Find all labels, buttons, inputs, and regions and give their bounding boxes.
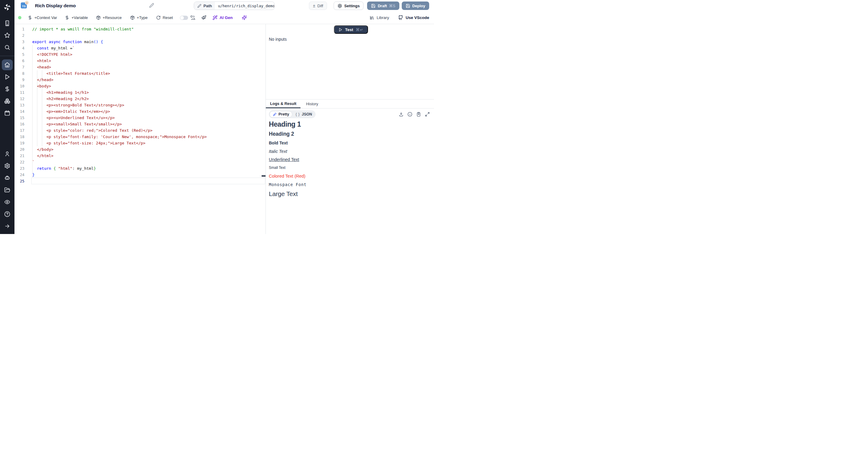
dollar-icon	[4, 86, 10, 92]
sidebar-item-star[interactable]	[1, 29, 13, 41]
sidebar-item-eye[interactable]	[1, 196, 13, 208]
settings-button[interactable]: Settings	[334, 1, 364, 10]
result-tabs: Logs & Result History	[266, 99, 434, 109]
boxes-icon	[4, 98, 10, 104]
code-line-22[interactable]: 22`	[14, 159, 266, 165]
code-line-12[interactable]: 12 <h2>Heading 2</h2>	[14, 96, 266, 102]
draft-button[interactable]: Draft ⌘S	[367, 1, 399, 10]
code-line-9[interactable]: 9 </head>	[14, 77, 266, 83]
tab-logs-result[interactable]: Logs & Result	[266, 99, 301, 108]
use-vscode-button[interactable]: Use VScode	[398, 15, 429, 20]
code-line-1[interactable]: 1// import * as wmill from "windmill-cli…	[14, 26, 266, 32]
sparkles-icon[interactable]	[242, 15, 247, 20]
line-number: 20	[14, 146, 24, 153]
sidebar-item-folder-open[interactable]	[1, 184, 13, 196]
download-result-icon[interactable]	[399, 112, 404, 117]
reset-button[interactable]: Reset	[156, 16, 173, 20]
sidebar-item-building[interactable]	[1, 17, 13, 29]
sidebar-item-home[interactable]	[1, 59, 13, 71]
code-text: export async function main() {	[24, 38, 103, 45]
topbar-actions: ± Diff Settings Draft ⌘S Deploy	[309, 1, 429, 10]
path-control[interactable]: Path u/henri/rich_display_demo	[194, 1, 275, 10]
line-number: 22	[14, 159, 24, 165]
code-line-13[interactable]: 13 <p><strong>Bold Text</strong></p>	[14, 102, 266, 108]
sidebar-item-boxes[interactable]	[1, 95, 13, 107]
code-line-15[interactable]: 15 <p><u>Underlined Text</u></p>	[14, 115, 266, 121]
code-line-19[interactable]: 19 <p style="font-size: 24px;">Large Tex…	[14, 140, 266, 146]
code-line-10[interactable]: 10 <body>	[14, 83, 266, 89]
split-resize-handle[interactable]	[261, 175, 266, 177]
package-icon	[96, 16, 101, 20]
diff-button[interactable]: ± Diff	[309, 1, 327, 10]
sidebar-item-arrow-right[interactable]	[1, 220, 13, 232]
windmill-logo[interactable]	[0, 0, 14, 14]
add-variable-button[interactable]: +Variable	[65, 16, 88, 20]
copy-to-clipboard-icon[interactable]	[416, 112, 421, 117]
line-number: 2	[14, 32, 24, 38]
gear-icon	[338, 4, 342, 8]
result-bold-text: Bold Text	[269, 141, 431, 145]
info-icon[interactable]	[407, 112, 412, 117]
code-line-14[interactable]: 14 <p><em>Italic Text</em></p>	[14, 108, 266, 115]
code-line-2[interactable]: 2	[14, 32, 266, 38]
braces-icon: { }	[296, 112, 300, 116]
run-panel: Test ⌘↵ No inputs Logs & Result History …	[266, 24, 434, 234]
library-button[interactable]: Library	[370, 16, 389, 20]
format-brush-icon[interactable]	[201, 15, 207, 20]
test-button[interactable]: Test ⌘↵	[334, 25, 368, 34]
code-text: <p><em>Italic Text</em></p>	[24, 108, 110, 115]
sidebar-item-search[interactable]	[1, 41, 13, 53]
code-line-24[interactable]: 24}	[14, 172, 266, 178]
code-line-5[interactable]: 5 <!DOCTYPE html>	[14, 51, 266, 58]
test-shortcut: ⌘↵	[356, 27, 364, 32]
code-line-18[interactable]: 18 <p style="font-family: 'Courier New',…	[14, 134, 266, 140]
view-mode-json[interactable]: { } JSON	[292, 111, 315, 117]
code-line-23[interactable]: 23 return { "html": my_html}	[14, 165, 266, 172]
path-value: u/henri/rich_display_demo	[215, 2, 275, 10]
search-icon	[4, 44, 10, 50]
emoji-badge-icon	[25, 1, 29, 5]
sidebar-item-robot[interactable]	[1, 172, 13, 184]
package-icon	[130, 16, 135, 20]
code-line-8[interactable]: 8 <title>Text Formats</title>	[14, 70, 266, 77]
sidebar-item-user[interactable]	[1, 148, 13, 160]
sidebar-item-gear[interactable]	[1, 160, 13, 172]
code-line-21[interactable]: 21 </html>	[14, 153, 266, 159]
deploy-button[interactable]: Deploy	[402, 1, 429, 10]
sidebar-item-dollar[interactable]	[1, 83, 13, 95]
code-line-3[interactable]: 3export async function main() {	[14, 38, 266, 45]
line-number: 9	[14, 77, 24, 83]
edit-title-pencil-icon[interactable]	[149, 3, 154, 8]
line-number: 8	[14, 70, 24, 77]
sidebar-item-calendar[interactable]	[1, 107, 13, 119]
code-line-16[interactable]: 16 <p><small>Small Text</small></p>	[14, 121, 266, 127]
code-line-7[interactable]: 7 <head>	[14, 64, 266, 70]
code-text: <html>	[24, 58, 51, 64]
add-type-button[interactable]: +Type	[130, 16, 148, 20]
status-dot	[18, 16, 22, 19]
sidebar-item-play[interactable]	[1, 71, 13, 83]
add-context-var-button[interactable]: +Context Var	[28, 16, 57, 20]
code-line-6[interactable]: 6 <html>	[14, 58, 266, 64]
code-line-20[interactable]: 20 </body>	[14, 146, 266, 153]
diff-mode-toggle[interactable]	[180, 16, 188, 20]
sidebar-group-main	[1, 59, 13, 119]
gear-icon	[4, 163, 10, 169]
code-line-11[interactable]: 11 <h1>Heading 1</h1>	[14, 89, 266, 96]
code-editor[interactable]: 1// import * as wmill from "windmill-cli…	[14, 24, 266, 234]
code-text: // import * as wmill from "windmill-clie…	[24, 26, 134, 32]
users-icon[interactable]	[190, 15, 195, 20]
code-line-4[interactable]: 4 const my_html =`	[14, 45, 266, 51]
code-line-17[interactable]: 17 <p style="color: red;">Colored Text (…	[14, 127, 266, 134]
line-number: 4	[14, 45, 24, 51]
sidebar-item-help[interactable]	[1, 208, 13, 220]
play-icon	[4, 74, 10, 80]
line-number: 13	[14, 102, 24, 108]
result-heading1: Heading 1	[269, 120, 431, 128]
expand-icon[interactable]	[425, 112, 430, 117]
add-resource-button[interactable]: +Resource	[96, 16, 122, 20]
ai-gen-button[interactable]: AI Gen	[213, 15, 233, 20]
result-large-text: Large Text	[269, 190, 431, 198]
view-mode-pretty[interactable]: Pretty	[270, 111, 292, 118]
tab-history[interactable]: History	[305, 99, 319, 108]
